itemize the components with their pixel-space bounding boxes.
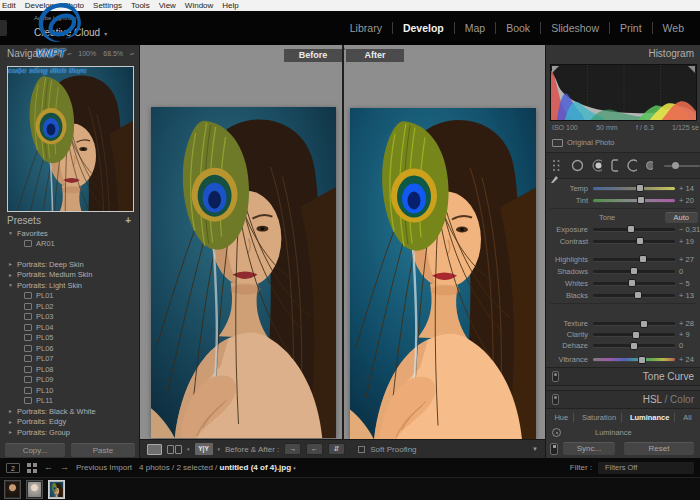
- menu-item[interactable]: Help: [222, 1, 238, 10]
- slider-track[interactable]: [593, 282, 675, 285]
- preset-row[interactable]: PL05: [0, 333, 139, 344]
- shadow-clipping-icon[interactable]: [552, 66, 559, 73]
- slider-knob[interactable]: [630, 342, 638, 350]
- slider-knob[interactable]: [636, 237, 644, 245]
- slider-knob[interactable]: [632, 331, 640, 339]
- slider-track[interactable]: [593, 270, 675, 273]
- preset-row[interactable]: AR01: [0, 239, 139, 250]
- chevron-down-icon[interactable]: ▾: [187, 446, 190, 452]
- disclosure-arrow-icon[interactable]: ▼: [8, 282, 17, 288]
- after-photo[interactable]: [350, 108, 536, 439]
- forward-arrow-icon[interactable]: →: [60, 463, 69, 472]
- menu-item[interactable]: Develop: [25, 1, 54, 10]
- slider-value[interactable]: + 27: [677, 255, 700, 264]
- module-tab[interactable]: Web: [652, 22, 694, 34]
- grid-view-icon[interactable]: [27, 463, 37, 473]
- swap-before-after-button[interactable]: ⇵: [328, 443, 345, 455]
- preset-row[interactable]: ► Portraits: Group: [0, 427, 139, 438]
- reference-view-icon[interactable]: [167, 445, 182, 454]
- panel-toggle-icon[interactable]: [552, 394, 559, 405]
- preset-row[interactable]: ▼ Portraits: Light Skin: [0, 280, 139, 291]
- slider-knob[interactable]: [630, 267, 638, 275]
- source-label[interactable]: Previous Import: [76, 463, 132, 472]
- filmstrip-thumb-2[interactable]: [26, 480, 43, 499]
- histogram[interactable]: [550, 64, 697, 121]
- slider-track[interactable]: [593, 228, 675, 231]
- tool-amount-slider[interactable]: [664, 165, 700, 167]
- slider-knob[interactable]: [672, 162, 679, 169]
- slider-value[interactable]: 0: [677, 341, 700, 350]
- paste-button[interactable]: Paste: [71, 443, 135, 457]
- targeted-adjustment-icon[interactable]: [552, 428, 561, 437]
- copy-after-to-before-button[interactable]: ←: [306, 443, 323, 455]
- preset-row[interactable]: PL04: [0, 322, 139, 333]
- slider-track[interactable]: [593, 240, 675, 243]
- slider-track[interactable]: [593, 322, 675, 325]
- slider-knob[interactable]: [628, 279, 636, 287]
- sync-button[interactable]: Sync...: [563, 442, 615, 455]
- navigator-preview[interactable]: [7, 66, 134, 212]
- slider-track[interactable]: [593, 294, 675, 297]
- zoom-spinner-icon[interactable]: ▴▾: [67, 52, 71, 55]
- copy-before-to-after-button[interactable]: →: [284, 443, 301, 455]
- histogram-title[interactable]: Histogram: [546, 45, 700, 62]
- module-tab[interactable]: Develop: [392, 22, 454, 34]
- slider-track[interactable]: [593, 333, 675, 336]
- slider-value[interactable]: 0: [677, 267, 700, 276]
- slider-track[interactable]: [593, 344, 675, 347]
- slider-knob[interactable]: [627, 225, 635, 233]
- second-monitor-button[interactable]: 2: [6, 463, 20, 473]
- module-tab[interactable]: Map: [454, 22, 495, 34]
- autosync-toggle-icon[interactable]: [550, 443, 558, 455]
- slider-knob[interactable]: [640, 320, 648, 328]
- menu-item[interactable]: View: [159, 1, 176, 10]
- back-arrow-icon[interactable]: ←: [44, 463, 53, 472]
- copy-button[interactable]: Copy...: [5, 443, 65, 457]
- preset-row[interactable]: ► Portraits: Black & White: [0, 406, 139, 417]
- tone-curve-section[interactable]: Tone Curve: [546, 367, 700, 386]
- disclosure-arrow-icon[interactable]: ►: [8, 272, 17, 278]
- hsl-tab[interactable]: Luminance: [621, 413, 674, 422]
- slider-knob[interactable]: [639, 255, 647, 263]
- slider-track[interactable]: [593, 358, 675, 361]
- disclosure-arrow-icon[interactable]: ►: [8, 429, 17, 435]
- panel-toggle-icon[interactable]: [552, 371, 559, 382]
- preset-row[interactable]: PL07: [0, 354, 139, 365]
- grid-dots-icon[interactable]: [552, 159, 562, 172]
- module-tab[interactable]: Book: [495, 22, 540, 34]
- menu-item[interactable]: Settings: [93, 1, 122, 10]
- redeye-tool-icon[interactable]: [611, 159, 619, 172]
- slider-knob[interactable]: [637, 196, 645, 204]
- slider-track[interactable]: [593, 187, 675, 190]
- selection-info[interactable]: 4 photos / 2 selected / untitled (4 of 4…: [139, 463, 296, 472]
- slider-value[interactable]: + 28: [677, 319, 700, 328]
- menu-item[interactable]: Edit: [2, 1, 16, 10]
- preset-row[interactable]: ► Portraits: Deep Skin: [0, 259, 139, 270]
- slider-knob[interactable]: [634, 291, 642, 299]
- slider-track[interactable]: [593, 258, 675, 261]
- preset-row[interactable]: ► Portraits: Medium Skin: [0, 270, 139, 281]
- chevron-down-icon[interactable]: ▾: [218, 446, 221, 452]
- preset-row[interactable]: PL06: [0, 343, 139, 354]
- preset-row[interactable]: PL11: [0, 396, 139, 407]
- loupe-view-icon[interactable]: [147, 444, 162, 455]
- preset-row[interactable]: PL09: [0, 375, 139, 386]
- hsl-color-section[interactable]: HSL / Color: [546, 390, 700, 409]
- toolbar-options-icon[interactable]: ▼: [532, 446, 538, 452]
- slider-value[interactable]: + 24: [677, 355, 700, 364]
- slider-knob[interactable]: [638, 356, 646, 364]
- slider-value[interactable]: + 13: [677, 291, 700, 300]
- slider-value[interactable]: + 20: [677, 196, 700, 205]
- soft-proofing-checkbox[interactable]: [358, 446, 365, 453]
- hsl-tab[interactable]: Hue: [550, 413, 572, 422]
- preset-row[interactable]: PL10: [0, 385, 139, 396]
- preset-row[interactable]: PL08: [0, 364, 139, 375]
- disclosure-arrow-icon[interactable]: ▼: [8, 230, 17, 236]
- auto-button[interactable]: Auto: [665, 212, 698, 223]
- disclosure-arrow-icon[interactable]: ►: [8, 261, 17, 267]
- hsl-tab[interactable]: All: [674, 413, 695, 422]
- before-photo[interactable]: [151, 107, 336, 438]
- slider-value[interactable]: + 14: [677, 184, 700, 193]
- zoom-ratio-button[interactable]: 68.5%: [103, 50, 123, 57]
- preset-row[interactable]: PL01: [0, 291, 139, 302]
